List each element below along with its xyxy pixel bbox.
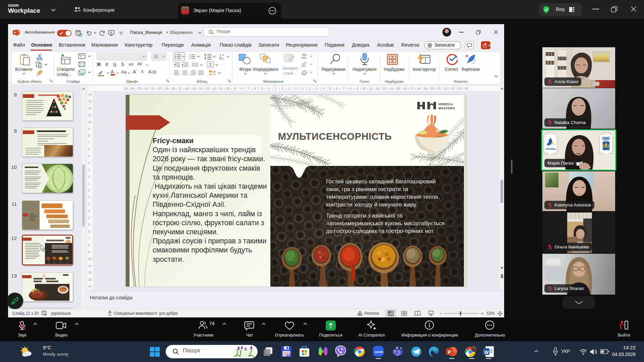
svg-text:zoom: zoom (375, 350, 383, 354)
svg-text:3: 3 (189, 58, 190, 59)
svg-text:MASTERS: MASTERS (438, 106, 455, 110)
svg-text:P: P (14, 31, 16, 35)
svg-text:64: 64 (287, 354, 290, 357)
svg-text:УКРАЇНА: УКРАЇНА (546, 148, 556, 150)
svg-text:HORECA: HORECA (438, 102, 453, 106)
svg-text:Я: Я (222, 58, 224, 60)
svg-text:T: T (394, 350, 396, 354)
svg-text:W: W (484, 350, 489, 355)
svg-text:А: А (222, 54, 224, 56)
svg-text:P: P (448, 350, 451, 355)
